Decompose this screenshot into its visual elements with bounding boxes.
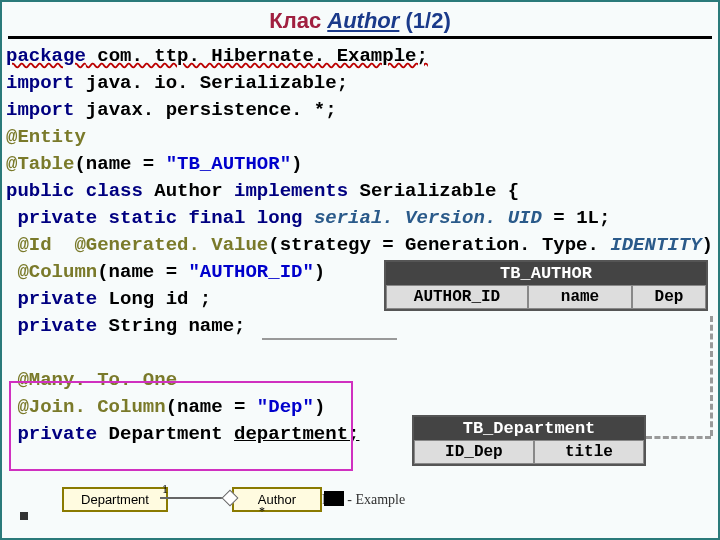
tb-author-cols: AUTHOR_ID name Dep — [386, 285, 706, 309]
import-1: java. io. Serializable; — [74, 72, 348, 94]
dep-type: Department — [97, 423, 234, 445]
footer-overlay — [324, 491, 344, 506]
kw-private: private — [6, 315, 97, 337]
uml-department: Department — [62, 487, 168, 512]
tbl-name: "TB_AUTHOR" — [166, 153, 291, 175]
tbl-close: ) — [291, 153, 302, 175]
table-tb-department: TB_Department ID_Dep title — [412, 415, 646, 466]
ann-genval: @Generated. Value — [52, 234, 269, 256]
tb-dep-title: TB_Department — [414, 417, 644, 440]
bullet-icon — [20, 512, 28, 520]
ann-manytoone: @Many. To. One — [6, 369, 177, 391]
jc-open: (name = — [166, 396, 257, 418]
field-id: Long id ; — [97, 288, 211, 310]
jc-close: ) — [314, 396, 325, 418]
field-name: String name; — [97, 315, 245, 337]
col-author-id: AUTHOR_ID — [386, 285, 528, 309]
kw-private: private — [6, 207, 97, 229]
ann-entity: @Entity — [6, 126, 86, 148]
kw-final: final — [177, 207, 245, 229]
tbl-open: (name = — [74, 153, 165, 175]
col-dep: Dep — [632, 285, 706, 309]
col-id-dep: ID_Dep — [414, 440, 534, 464]
import-2: javax. persistence. *; — [74, 99, 336, 121]
uml-mult-1: 1 — [162, 482, 168, 497]
title-class: Author — [327, 8, 399, 33]
jc-name: "Dep" — [257, 396, 314, 418]
code-block: package com. ttp. Hibernate. Example; im… — [2, 39, 718, 448]
ann-joincolumn: @Join. Column — [6, 396, 166, 418]
col-open: (name = — [97, 261, 188, 283]
ann-column: @Column — [6, 261, 97, 283]
uid: serial. Version. UID — [314, 207, 542, 229]
identity: IDENTITY — [610, 234, 701, 256]
uml-author: Author — [232, 487, 322, 512]
kw-implements: implements — [234, 180, 348, 202]
col-name: name — [528, 285, 632, 309]
kw-long: long — [245, 207, 313, 229]
kw-private: private — [6, 423, 97, 445]
title-suffix: (1/2) — [405, 8, 450, 33]
kw-static: static — [97, 207, 177, 229]
kw-import: import — [6, 72, 74, 94]
ann-id: @Id — [6, 234, 52, 256]
pkg-path: com. ttp. Hibernate. Example; — [86, 45, 428, 67]
kw-package: package — [6, 45, 86, 67]
slide-title: Клас Author (1/2) — [8, 2, 712, 39]
col-title: title — [534, 440, 644, 464]
gv-open: (strategy = Generation. Type. — [268, 234, 610, 256]
col-close: ) — [314, 261, 325, 283]
title-word: Клас — [269, 8, 321, 33]
ann-table: @Table — [6, 153, 74, 175]
kw-public: public — [6, 180, 74, 202]
kw-import: import — [6, 99, 74, 121]
col-name: "AUTHOR_ID" — [188, 261, 313, 283]
slide: Клас Author (1/2) package com. ttp. Hibe… — [0, 0, 720, 540]
serializable: Serializable { — [348, 180, 519, 202]
uml-mult-star: * — [259, 504, 265, 519]
kw-private: private — [6, 288, 97, 310]
tb-dep-cols: ID_Dep title — [414, 440, 644, 464]
dep-field: department; — [234, 423, 359, 445]
class-name: Author — [143, 180, 234, 202]
kw-class: class — [86, 180, 143, 202]
table-tb-author: TB_AUTHOR AUTHOR_ID name Dep — [384, 260, 708, 311]
gv-close: ) — [702, 234, 713, 256]
tb-author-title: TB_AUTHOR — [386, 262, 706, 285]
uid-val: = 1L; — [542, 207, 610, 229]
